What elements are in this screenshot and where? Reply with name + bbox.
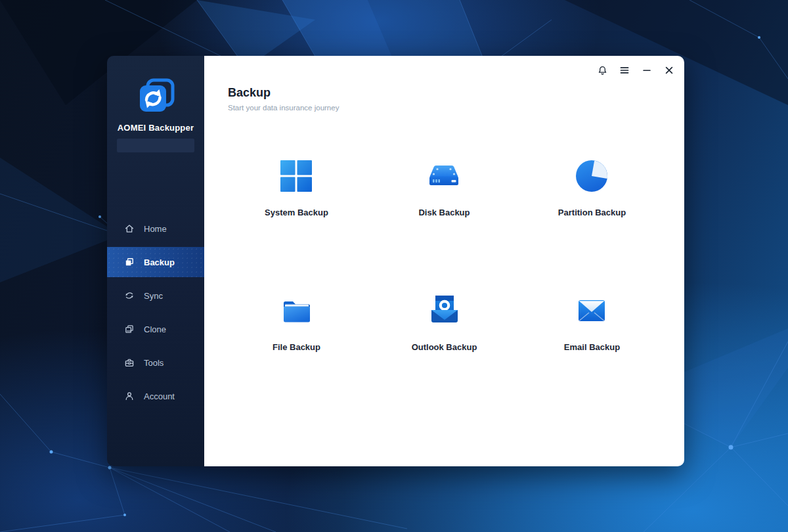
notification-button[interactable] <box>594 62 611 79</box>
menu-icon <box>619 65 630 76</box>
sync-icon <box>124 290 135 301</box>
sidebar-item-label: Home <box>144 224 167 234</box>
sidebar-item-label: Backup <box>144 257 175 267</box>
tile-label: File Backup <box>273 342 320 352</box>
tools-icon <box>124 357 135 368</box>
sidebar-item-label: Account <box>144 391 175 401</box>
tile-disk-backup[interactable]: Disk Backup <box>418 158 470 217</box>
app-window: AOMEI Backupper Home Backup <box>107 56 684 466</box>
tile-system-backup[interactable]: System Backup <box>265 158 328 217</box>
sidebar-item-sync[interactable]: Sync <box>107 280 204 311</box>
page-subtitle: Start your data insurance journey <box>228 104 684 112</box>
backup-tiles-grid: System Backup <box>223 158 666 352</box>
outlook-icon <box>426 292 463 329</box>
sidebar-item-clone[interactable]: Clone <box>107 314 204 344</box>
minimize-button[interactable] <box>638 62 655 79</box>
close-icon <box>664 65 674 76</box>
tile-email-backup[interactable]: Email Backup <box>564 292 620 352</box>
tile-outlook-backup[interactable]: Outlook Backup <box>412 292 477 352</box>
edition-badge <box>117 139 194 152</box>
main-menu-button[interactable] <box>616 62 633 79</box>
tile-partition-backup[interactable]: Partition Backup <box>558 158 626 217</box>
sidebar: AOMEI Backupper Home Backup <box>107 56 204 466</box>
backup-icon <box>124 257 135 267</box>
windows-logo-icon <box>278 158 315 194</box>
sidebar-item-label: Sync <box>144 291 163 301</box>
main-content: Backup Start your data insurance journey <box>204 56 684 466</box>
account-icon <box>124 391 135 401</box>
tile-label: Email Backup <box>564 342 620 352</box>
pie-chart-icon <box>573 158 610 194</box>
page-title: Backup <box>228 86 684 99</box>
clone-icon <box>124 324 135 334</box>
tile-label: Partition Backup <box>558 208 626 217</box>
sidebar-item-backup[interactable]: Backup <box>107 247 204 277</box>
sidebar-item-home[interactable]: Home <box>107 213 204 244</box>
app-logo-icon <box>135 78 177 114</box>
sidebar-item-label: Clone <box>144 324 166 334</box>
sidebar-item-label: Tools <box>144 358 164 368</box>
envelope-icon <box>573 292 610 329</box>
app-name: AOMEI Backupper <box>118 123 194 133</box>
close-button[interactable] <box>661 62 678 79</box>
bell-icon <box>597 65 608 76</box>
tile-label: Outlook Backup <box>412 342 477 352</box>
window-titlebar <box>594 62 678 79</box>
sidebar-menu: Home Backup Sync <box>107 213 204 414</box>
tile-label: Disk Backup <box>418 208 470 217</box>
folder-icon <box>278 292 315 329</box>
minimize-icon <box>642 65 652 76</box>
sidebar-item-account[interactable]: Account <box>107 381 204 411</box>
tile-file-backup[interactable]: File Backup <box>273 292 320 352</box>
sidebar-item-tools[interactable]: Tools <box>107 347 204 378</box>
tile-label: System Backup <box>265 208 328 217</box>
home-icon <box>124 223 135 234</box>
hard-drive-icon <box>426 158 462 194</box>
